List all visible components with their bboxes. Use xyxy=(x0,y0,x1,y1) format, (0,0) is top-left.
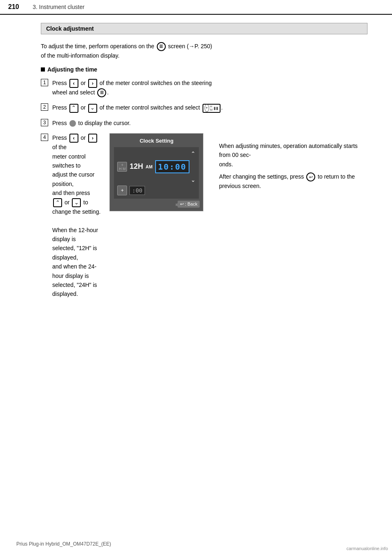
clock-main-row: + H M 12H AM 10:00 xyxy=(117,160,196,173)
menu-icon: ☰ xyxy=(157,42,166,51)
page-footer: Prius Plug-in Hybrid_OM_OM47D72E_(EE) xyxy=(0,541,392,547)
back-circle-icon: ↩ xyxy=(306,172,315,181)
arrow-right-icon-2: › xyxy=(88,134,97,143)
note-minutes: When adjusting minutes, operation automa… xyxy=(219,141,368,169)
clock-title: Clock Setting xyxy=(114,138,199,144)
clock-row2: + :00 xyxy=(117,186,196,195)
section-box: Clock adjustment xyxy=(41,23,368,34)
back-btn: ↩ : Back xyxy=(178,201,200,208)
arrow-left-icon: ‹ xyxy=(69,79,78,88)
plus-btn-2: + xyxy=(117,186,127,195)
step-num-2: 2 xyxy=(41,103,48,111)
step-1: 1 Press ‹ or › of the meter control swit… xyxy=(41,78,368,98)
step-4-text: Press ‹ or › of the meter control switch… xyxy=(52,133,101,299)
step-1-content: Press ‹ or › of the meter control switch… xyxy=(52,78,212,98)
bullet-icon xyxy=(41,67,45,72)
arrow-left-icon-2: ‹ xyxy=(69,134,78,143)
arrow-up-icon: ⌃ xyxy=(69,104,78,113)
chapter-title: 3. Instrument cluster xyxy=(33,4,85,10)
intro-text2: screen (→P. 250) xyxy=(168,43,212,49)
clock-time: 10:00 xyxy=(155,160,189,173)
step-4-layout: Press ‹ or › of the meter control switch… xyxy=(52,133,203,299)
arrow-right-icon: › xyxy=(88,79,97,88)
am-pm-label: AM xyxy=(146,164,153,169)
intro-text3: of the multi-information display. xyxy=(41,52,120,59)
footer-left: Prius Plug-in Hybrid_OM_OM47D72E_(EE) xyxy=(16,541,111,547)
hour-mode-label: 12H xyxy=(129,162,143,171)
step-3: 3 Press to display the cursor. xyxy=(41,119,368,128)
back-arrow-icon: ↩ xyxy=(180,201,184,207)
arrow-up-icon-2: ⌃ xyxy=(53,198,62,207)
select-icon-1: ☰ xyxy=(97,88,106,97)
center-btn-icon xyxy=(69,120,76,127)
chevron-down-icon: ⌄ xyxy=(191,177,196,183)
page-header: 210 3. Instrument cluster xyxy=(0,0,392,15)
clock-setting-image: Clock Setting ⌃ + H M xyxy=(109,133,203,211)
clock-minutes: :00 xyxy=(129,186,145,195)
note-return: After changing the settings, press ↩ to … xyxy=(219,172,368,191)
step-3-content: Press to display the cursor. xyxy=(52,119,131,128)
step-num-1: 1 xyxy=(41,79,48,86)
clock-body: ⌃ + H M 12H AM 10:0 xyxy=(114,147,199,199)
extra-notes: When adjusting minutes, operation automa… xyxy=(207,137,368,191)
watermark: carmanualonline.info xyxy=(346,546,388,551)
steps-list: 1 Press ‹ or › of the meter control swit… xyxy=(41,78,368,299)
intro-paragraph: To adjust the time, perform operations o… xyxy=(41,42,368,60)
subsection-label: Adjusting the time xyxy=(47,66,97,73)
chevron-up-icon: ⌃ xyxy=(191,150,196,157)
back-label: : Back xyxy=(185,201,198,206)
step-4: 4 Press ‹ or › of the meter control swit… xyxy=(41,133,368,299)
intro-text1: To adjust the time, perform operations o… xyxy=(41,43,154,49)
step-num-4: 4 xyxy=(41,134,48,141)
content-area: Clock adjustment To adjust the time, per… xyxy=(0,15,392,313)
note-12h: When the 12-hour display is selected, "1… xyxy=(52,226,101,299)
subsection-title: Adjusting the time xyxy=(41,66,368,73)
hm-combo-icon: + HM ▮▮ xyxy=(203,104,220,113)
step-2-content: Press ⌃ or ⌄ of the meter control switch… xyxy=(52,103,223,112)
arrow-down-icon: ⌄ xyxy=(88,104,97,113)
step-2: 2 Press ⌃ or ⌄ of the meter control swit… xyxy=(41,103,368,112)
section-title: Clock adjustment xyxy=(46,25,94,32)
plus-btn: + H M xyxy=(117,162,127,172)
arrow-down-icon-2: ⌄ xyxy=(72,198,81,207)
page-number: 210 xyxy=(8,3,33,11)
step-num-3: 3 xyxy=(41,119,48,126)
